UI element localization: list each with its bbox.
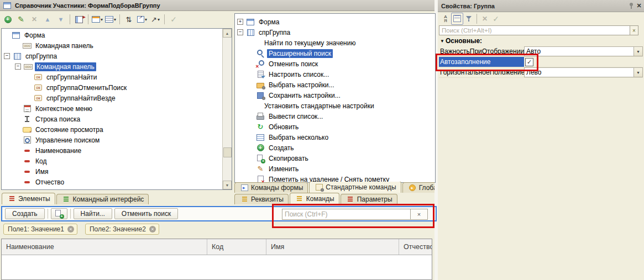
tab-standard-commands[interactable]: Стандартные команды xyxy=(309,182,401,193)
open-module-icon[interactable] xyxy=(72,13,86,25)
tree-item[interactable]: Наименование xyxy=(2,145,222,156)
sort-alphabetical-icon[interactable] xyxy=(440,13,451,24)
delete-icon[interactable] xyxy=(479,13,490,24)
tab-parameters[interactable]: Параметры xyxy=(341,194,397,204)
column-header[interactable]: Код xyxy=(207,239,266,255)
expander-icon[interactable]: + xyxy=(237,19,243,25)
tree-item[interactable]: Отменить поиск xyxy=(235,59,435,69)
filter-tag[interactable]: Поле1: Значение1× xyxy=(3,224,77,235)
tree-item[interactable]: Скопировать xyxy=(235,153,435,163)
tree-item[interactable]: спрГруппаНайти xyxy=(2,72,222,82)
property-row[interactable]: ГоризонтальноеПоложениеЛево▼ xyxy=(439,67,643,78)
edit-icon[interactable] xyxy=(14,13,28,25)
tab-commands[interactable]: Команды xyxy=(290,193,339,204)
properties-section-header[interactable]: ▼ Основные: xyxy=(440,37,482,45)
properties-clear-search-icon[interactable]: × xyxy=(630,25,638,35)
tree-item[interactable]: Создать xyxy=(235,142,435,153)
autofill-checkbox[interactable]: ✓ xyxy=(525,58,533,66)
refresh-icon xyxy=(255,123,265,131)
filter-icon[interactable] xyxy=(463,13,474,24)
dropdown-button[interactable]: ▼ xyxy=(633,68,642,77)
tree-item[interactable]: Состояние просмотра xyxy=(2,124,222,135)
resize-icon[interactable]: ▾ xyxy=(135,13,149,25)
tree-item[interactable]: Пол xyxy=(2,187,222,190)
property-label: ГоризонтальноеПоложение xyxy=(439,67,524,77)
form-icon xyxy=(245,18,255,26)
add-icon[interactable] xyxy=(1,13,14,25)
tree-item[interactable]: Отчество xyxy=(2,177,222,187)
column-header[interactable]: Имя xyxy=(266,239,399,255)
tree-item[interactable]: Установить стандартные настройки xyxy=(235,101,435,111)
tree-item[interactable]: −спрГруппа xyxy=(235,27,435,38)
move-down-icon[interactable] xyxy=(54,13,67,25)
tree-item[interactable]: Сохранить настройки... xyxy=(235,90,435,101)
tree-item[interactable]: Выбрать настройки... xyxy=(235,80,435,90)
field-icon xyxy=(22,189,32,191)
expander-icon[interactable]: − xyxy=(4,53,10,59)
apply-icon[interactable] xyxy=(490,13,501,24)
layout-icon[interactable]: ▾ xyxy=(104,13,117,25)
tree-item[interactable]: Вывести список... xyxy=(235,111,435,121)
properties-search-input[interactable] xyxy=(439,25,630,35)
window-placement-icon[interactable]: ▾ xyxy=(91,13,104,25)
separator xyxy=(119,14,120,24)
filter-tag[interactable]: Поле2: Значение2× xyxy=(85,224,159,235)
tree-item[interactable]: Выбрать несколько xyxy=(235,132,435,142)
remove-filter-icon[interactable]: × xyxy=(67,226,74,233)
form-preview-command-bar[interactable]: Создать Найти... Отменить поиск × xyxy=(1,206,437,221)
property-value[interactable]: Лево▼ xyxy=(524,67,643,77)
tab-global-commands[interactable]: Глобаль xyxy=(402,182,434,193)
close-icon[interactable] xyxy=(634,0,644,12)
tree-item[interactable]: Строка поиска xyxy=(2,114,222,124)
find-button[interactable]: Найти... xyxy=(74,208,112,219)
column-header[interactable]: Отчество xyxy=(399,239,432,255)
property-row[interactable]: ВажностьПриОтображенииАвто▼ xyxy=(439,46,643,57)
tab-requisites[interactable]: Реквизиты xyxy=(234,194,289,204)
tree-item[interactable]: Изменить xyxy=(235,163,435,174)
tab-elements[interactable]: Элементы xyxy=(2,193,55,204)
tree-item[interactable]: +Форма xyxy=(235,17,435,27)
tree-item[interactable]: Расширенный поиск xyxy=(235,48,435,59)
property-value[interactable]: Авто▼ xyxy=(524,46,643,56)
delete-icon[interactable] xyxy=(28,13,41,25)
tree-item[interactable]: Форма xyxy=(2,30,222,40)
expander-icon[interactable]: − xyxy=(15,64,21,70)
dropdown-button[interactable]: ▼ xyxy=(633,47,642,56)
copy-button[interactable] xyxy=(51,208,67,219)
column-header[interactable]: Наименование xyxy=(2,239,207,255)
move-up-icon[interactable] xyxy=(41,13,54,25)
tree-item[interactable]: −Командная панель xyxy=(2,61,222,72)
context-menu-icon xyxy=(22,105,32,113)
tree-item[interactable]: Командная панель xyxy=(2,40,222,51)
create-button[interactable]: Создать xyxy=(5,208,45,219)
tree-item[interactable]: Настроить список... xyxy=(235,69,435,80)
tree-item[interactable]: спрГруппаНайтиВезде xyxy=(2,93,222,103)
search-input[interactable] xyxy=(282,209,410,220)
align-icon[interactable]: ▾ xyxy=(149,13,162,25)
tree-item[interactable]: спрГруппаОтменитьПоиск xyxy=(2,82,222,93)
tree-item[interactable]: −спрГруппа xyxy=(2,51,222,61)
main-toolbar: ▾▾▾▾ xyxy=(1,11,180,28)
form-icon xyxy=(2,2,12,9)
scrollbar[interactable]: ▲ ▼ xyxy=(222,29,232,189)
tab-order-icon[interactable] xyxy=(122,13,135,25)
scroll-up-icon[interactable]: ▲ xyxy=(223,29,232,38)
tab-command-interface[interactable]: Командный интерфейс xyxy=(56,194,149,204)
pin-icon[interactable] xyxy=(629,2,634,9)
apply-icon[interactable] xyxy=(167,13,180,25)
scrollbar-thumb[interactable] xyxy=(223,147,232,157)
tree-item[interactable]: Обновить xyxy=(235,121,435,132)
expander-icon[interactable]: − xyxy=(237,29,243,35)
tree-item[interactable]: Имя xyxy=(2,166,222,177)
property-row[interactable]: Автозаполнение✓ xyxy=(439,57,643,67)
tree-item[interactable]: Управление поиском xyxy=(2,135,222,145)
clear-search-icon[interactable]: × xyxy=(410,209,428,220)
category-view-icon[interactable] xyxy=(451,13,463,25)
tab-form-commands[interactable]: Команды формы xyxy=(234,182,308,193)
tree-item[interactable]: Код xyxy=(2,156,222,166)
scroll-down-icon[interactable]: ▼ xyxy=(223,181,232,189)
remove-filter-icon[interactable]: × xyxy=(149,226,156,233)
tree-item[interactable]: Найти по текущему значению xyxy=(235,38,435,48)
cancel-search-button[interactable]: Отменить поиск xyxy=(114,208,178,219)
tree-item[interactable]: Контекстное меню xyxy=(2,103,222,114)
